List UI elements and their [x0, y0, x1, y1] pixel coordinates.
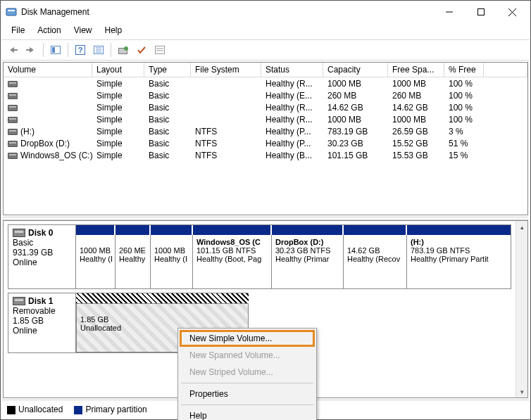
cell-type: Basic: [144, 139, 191, 148]
partition[interactable]: DropBox (D:)30.23 GB NTFSHealthy (Primar: [272, 235, 344, 288]
help-button[interactable]: ?: [72, 42, 89, 58]
partition-size: 1000 MB: [154, 246, 189, 255]
legend-unallocated: Unallocated: [7, 405, 63, 414]
partition-size: 14.62 GB: [347, 246, 403, 255]
partition-size: 30.23 GB NTFS: [275, 246, 339, 255]
cell-status: Healthy (B...: [261, 151, 323, 160]
disk-label: Disk 1Removable1.85 GBOnline: [8, 293, 76, 352]
cell-status: Healthy (E...: [261, 91, 323, 101]
volume-list-body: SimpleBasicHealthy (R...1000 MB1000 MB10…: [4, 77, 527, 161]
disk-color-bar: [76, 293, 249, 303]
volume-icon: [8, 93, 18, 99]
column-capacity[interactable]: Capacity: [323, 63, 388, 77]
partition-size: 260 ME: [119, 246, 146, 255]
toolbar: ?: [1, 39, 530, 61]
cell-capacity: 30.23 GB: [323, 139, 388, 148]
cell-pct: 51 %: [444, 139, 484, 148]
vertical-scrollbar[interactable]: ▴ ▾: [516, 221, 527, 397]
column-layout[interactable]: Layout: [92, 63, 144, 77]
volume-name: DropBox (D:): [20, 139, 70, 148]
volume-icon: [8, 141, 18, 147]
context-menu-item[interactable]: New Simple Volume...: [180, 330, 315, 347]
cell-free: 15.53 GB: [388, 151, 444, 160]
context-menu-item: New Spanned Volume...: [180, 347, 315, 364]
column-empty: [484, 63, 527, 77]
maximize-button[interactable]: [465, 2, 496, 22]
disk-row[interactable]: Disk 0Basic931.39 GBOnline 1000 MBHealth…: [8, 224, 511, 289]
scroll-up-icon[interactable]: ▴: [516, 221, 527, 233]
column-volume[interactable]: Volume: [4, 63, 92, 77]
window-controls: [433, 2, 528, 22]
partition[interactable]: 1000 MBHealthy (I: [76, 235, 115, 288]
cell-type: Basic: [144, 79, 191, 89]
column-freespace[interactable]: Free Spa...: [388, 63, 444, 77]
svg-rect-18: [156, 46, 165, 54]
volume-row[interactable]: SimpleBasicHealthy (R...1000 MB1000 MB10…: [4, 77, 527, 89]
forward-button[interactable]: [23, 42, 39, 58]
volume-name: Windows8_OS (C:): [20, 151, 92, 160]
cell-type: Basic: [144, 115, 191, 125]
svg-point-17: [124, 46, 128, 51]
cell-fs: NTFS: [191, 127, 261, 136]
cell-pct: 100 %: [444, 91, 484, 101]
column-percentfree[interactable]: % Free: [444, 63, 484, 77]
partition[interactable]: 14.62 GBHealthy (Recov: [344, 235, 407, 288]
context-menu-item[interactable]: Properties: [180, 386, 315, 402]
partition-name: Windows8_OS (C: [196, 238, 268, 246]
partition-name: DropBox (D:): [275, 238, 339, 246]
settings-view-button[interactable]: [90, 42, 107, 58]
menu-action[interactable]: Action: [32, 24, 66, 37]
partition[interactable]: 260 MEHealthy: [115, 235, 151, 288]
cell-type: Basic: [144, 127, 191, 136]
volume-list-header: Volume Layout Type File System Status Ca…: [4, 63, 527, 77]
cell-layout: Simple: [92, 79, 144, 89]
cell-capacity: 260 MB: [323, 91, 388, 101]
scroll-down-icon[interactable]: ▾: [516, 386, 527, 397]
volume-row[interactable]: DropBox (D:)SimpleBasicNTFSHealthy (P...…: [4, 137, 527, 149]
minimize-button[interactable]: [433, 2, 465, 22]
refresh-button[interactable]: [115, 42, 132, 58]
cell-layout: Simple: [92, 91, 144, 101]
cell-pct: 3 %: [444, 127, 484, 136]
volume-row[interactable]: (H:)SimpleBasicNTFSHealthy (P...783.19 G…: [4, 125, 527, 137]
window-title: Disk Management: [21, 7, 433, 17]
partition[interactable]: (H:)783.19 GB NTFSHealthy (Primary Parti…: [407, 235, 511, 288]
cell-layout: Simple: [92, 151, 144, 160]
disk-icon: [13, 297, 25, 305]
partition-status: Healthy (Primary Partit: [411, 255, 507, 263]
column-status[interactable]: Status: [261, 63, 323, 77]
menu-view[interactable]: View: [68, 24, 98, 37]
disk-management-window: Disk Management File Action View Help ?: [0, 0, 531, 420]
volume-list[interactable]: Volume Layout Type File System Status Ca…: [3, 62, 528, 215]
menu-help[interactable]: Help: [99, 24, 128, 37]
partition-name: (H:): [411, 238, 507, 246]
context-menu-item: New Striped Volume...: [180, 364, 315, 381]
cell-pct: 100 %: [444, 115, 484, 125]
svg-rect-3: [477, 9, 484, 15]
legend-primary: Primary partition: [74, 405, 146, 414]
volume-row[interactable]: SimpleBasicHealthy (E...260 MB260 MB100 …: [4, 89, 527, 101]
column-filesystem[interactable]: File System: [191, 63, 261, 77]
list-view-button[interactable]: [151, 42, 168, 58]
toolbar-separator: [43, 43, 44, 57]
cell-free: 26.59 GB: [388, 127, 444, 136]
cell-capacity: 14.62 GB: [323, 103, 388, 113]
column-type[interactable]: Type: [144, 63, 191, 77]
cell-type: Basic: [144, 103, 191, 113]
volume-row[interactable]: SimpleBasicHealthy (R...14.62 GB14.62 GB…: [4, 101, 527, 113]
cell-type: Basic: [144, 151, 191, 160]
context-menu-separator: [181, 405, 313, 405]
back-button[interactable]: [4, 42, 21, 58]
volume-row[interactable]: Windows8_OS (C:)SimpleBasicNTFSHealthy (…: [4, 149, 527, 161]
apply-button[interactable]: [133, 42, 150, 58]
context-menu[interactable]: New Simple Volume...New Spanned Volume..…: [177, 328, 317, 420]
menu-file[interactable]: File: [6, 24, 30, 37]
volume-row[interactable]: SimpleBasicHealthy (R...1000 MB1000 MB10…: [4, 113, 527, 125]
disk-label: Disk 0Basic931.39 GBOnline: [8, 225, 76, 288]
context-menu-item[interactable]: Help: [180, 407, 315, 420]
show-hide-console-tree-button[interactable]: [47, 42, 64, 58]
partition[interactable]: Windows8_OS (C101.15 GB NTFSHealthy (Boo…: [193, 235, 272, 288]
partition[interactable]: 1000 MBHealthy (I: [151, 235, 193, 288]
swatch-black-icon: [7, 406, 15, 414]
close-button[interactable]: [496, 2, 528, 22]
